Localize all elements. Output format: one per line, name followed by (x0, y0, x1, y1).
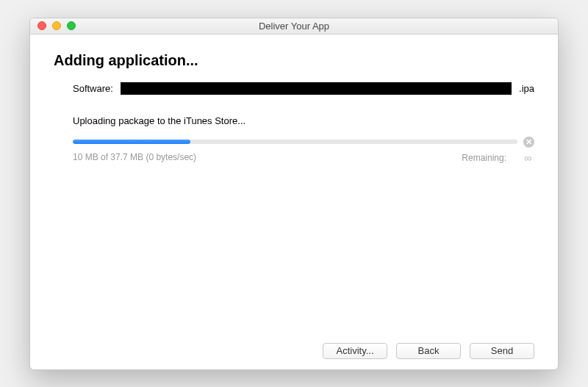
send-button[interactable]: Send (470, 343, 534, 359)
progress-row: ✕ (73, 137, 534, 148)
traffic-lights (30, 21, 76, 30)
back-button[interactable]: Back (396, 343, 461, 359)
titlebar[interactable]: Deliver Your App (30, 18, 558, 35)
content-area: Adding application... Software: .ipa Upl… (30, 35, 558, 369)
progress-text: 10 MB of 37.7 MB (0 bytes/sec) (73, 152, 196, 164)
software-extension: .ipa (519, 83, 534, 94)
remaining-value: ∞ (524, 152, 531, 164)
progress-fill (73, 140, 190, 144)
window-title: Deliver Your App (30, 21, 558, 32)
close-icon[interactable] (37, 21, 46, 30)
button-row: Activity... Back Send (54, 336, 534, 359)
window: Deliver Your App Adding application... S… (29, 18, 559, 370)
software-row: Software: .ipa (73, 82, 534, 95)
progress-meta: 10 MB of 37.7 MB (0 bytes/sec) Remaining… (73, 152, 534, 164)
software-label: Software: (73, 83, 113, 94)
progress-bar (73, 140, 517, 144)
activity-button[interactable]: Activity... (323, 343, 387, 359)
zoom-icon[interactable] (67, 21, 76, 30)
page-heading: Adding application... (54, 52, 534, 69)
cancel-upload-icon[interactable]: ✕ (523, 137, 534, 148)
minimize-icon[interactable] (52, 21, 61, 30)
software-path-redacted (121, 82, 512, 95)
remaining-label: Remaining: (462, 153, 506, 163)
upload-status: Uploading package to the iTunes Store... (73, 115, 534, 126)
